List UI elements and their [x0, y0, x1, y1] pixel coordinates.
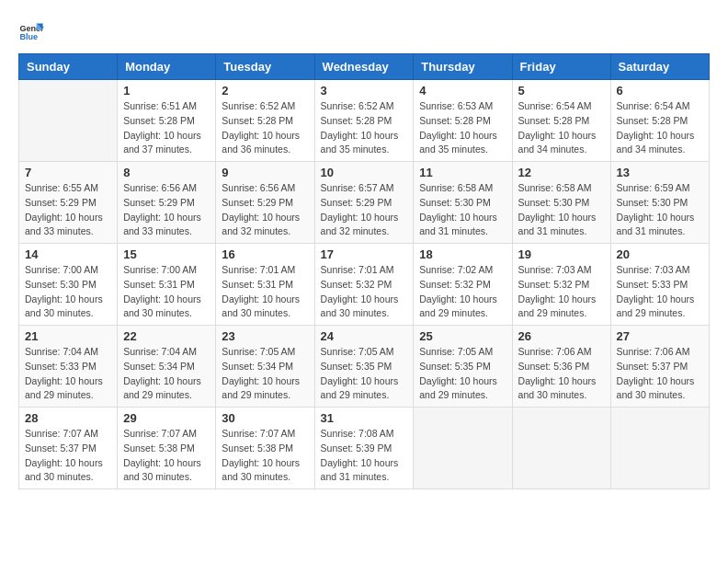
day-number: 6: [617, 84, 703, 98]
day-info: Sunrise: 6:56 AMSunset: 5:29 PMDaylight:…: [222, 181, 308, 239]
day-info: Sunrise: 6:56 AMSunset: 5:29 PMDaylight:…: [123, 181, 210, 239]
day-of-week-header: Sunday: [19, 54, 118, 80]
day-number: 14: [25, 247, 111, 261]
day-number: 26: [518, 329, 605, 343]
calendar-week-row: 7Sunrise: 6:55 AMSunset: 5:29 PMDaylight…: [19, 162, 710, 244]
calendar-cell: 24Sunrise: 7:05 AMSunset: 5:35 PMDayligh…: [314, 326, 414, 408]
calendar-cell: 27Sunrise: 7:06 AMSunset: 5:37 PMDayligh…: [610, 326, 709, 408]
calendar-cell: 6Sunrise: 6:54 AMSunset: 5:28 PMDaylight…: [610, 80, 709, 162]
calendar-cell: [19, 80, 118, 162]
day-number: 24: [321, 329, 408, 343]
logo: General Blue: [18, 18, 48, 44]
day-info: Sunrise: 6:59 AMSunset: 5:30 PMDaylight:…: [617, 181, 703, 239]
day-number: 28: [25, 411, 111, 425]
calendar-cell: 21Sunrise: 7:04 AMSunset: 5:33 PMDayligh…: [19, 326, 118, 408]
calendar-cell: 22Sunrise: 7:04 AMSunset: 5:34 PMDayligh…: [118, 326, 216, 408]
calendar-cell: [512, 408, 610, 489]
calendar-cell: 14Sunrise: 7:00 AMSunset: 5:30 PMDayligh…: [19, 244, 118, 326]
calendar-cell: 8Sunrise: 6:56 AMSunset: 5:29 PMDaylight…: [118, 162, 216, 244]
calendar-cell: 13Sunrise: 6:59 AMSunset: 5:30 PMDayligh…: [610, 162, 709, 244]
day-info: Sunrise: 7:01 AMSunset: 5:32 PMDaylight:…: [321, 263, 408, 321]
day-number: 17: [321, 247, 408, 261]
day-info: Sunrise: 6:52 AMSunset: 5:28 PMDaylight:…: [321, 99, 408, 157]
calendar-week-row: 14Sunrise: 7:00 AMSunset: 5:30 PMDayligh…: [19, 244, 710, 326]
day-info: Sunrise: 7:07 AMSunset: 5:38 PMDaylight:…: [123, 427, 210, 485]
calendar-cell: 4Sunrise: 6:53 AMSunset: 5:28 PMDaylight…: [414, 80, 512, 162]
calendar-week-row: 1Sunrise: 6:51 AMSunset: 5:28 PMDaylight…: [19, 80, 710, 162]
day-info: Sunrise: 7:04 AMSunset: 5:34 PMDaylight:…: [123, 345, 210, 403]
calendar-cell: 2Sunrise: 6:52 AMSunset: 5:28 PMDaylight…: [216, 80, 314, 162]
day-info: Sunrise: 7:03 AMSunset: 5:32 PMDaylight:…: [518, 263, 605, 321]
day-info: Sunrise: 7:00 AMSunset: 5:31 PMDaylight:…: [123, 263, 210, 321]
day-info: Sunrise: 6:54 AMSunset: 5:28 PMDaylight:…: [518, 99, 605, 157]
calendar-table: SundayMondayTuesdayWednesdayThursdayFrid…: [18, 53, 710, 489]
calendar-cell: 1Sunrise: 6:51 AMSunset: 5:28 PMDaylight…: [118, 80, 216, 162]
day-number: 9: [222, 166, 308, 179]
day-of-week-header: Saturday: [610, 54, 709, 80]
day-info: Sunrise: 7:03 AMSunset: 5:33 PMDaylight:…: [617, 263, 703, 321]
day-number: 22: [123, 329, 210, 343]
day-info: Sunrise: 6:53 AMSunset: 5:28 PMDaylight:…: [419, 99, 506, 157]
day-info: Sunrise: 7:00 AMSunset: 5:30 PMDaylight:…: [25, 263, 111, 321]
day-info: Sunrise: 6:58 AMSunset: 5:30 PMDaylight:…: [419, 181, 506, 239]
day-number: 29: [123, 411, 210, 425]
day-number: 8: [123, 166, 210, 179]
day-info: Sunrise: 7:04 AMSunset: 5:33 PMDaylight:…: [25, 345, 111, 403]
svg-text:Blue: Blue: [19, 32, 38, 41]
page-header: General Blue: [18, 18, 710, 44]
day-number: 16: [222, 247, 308, 261]
calendar-cell: 9Sunrise: 6:56 AMSunset: 5:29 PMDaylight…: [216, 162, 314, 244]
day-of-week-header: Thursday: [414, 54, 512, 80]
day-number: 1: [123, 84, 210, 98]
day-of-week-header: Friday: [512, 54, 610, 80]
day-number: 13: [617, 166, 703, 179]
day-info: Sunrise: 7:07 AMSunset: 5:37 PMDaylight:…: [25, 427, 111, 485]
day-number: 31: [321, 411, 408, 425]
day-info: Sunrise: 7:02 AMSunset: 5:32 PMDaylight:…: [419, 263, 506, 321]
day-of-week-header: Tuesday: [216, 54, 314, 80]
day-of-week-header: Monday: [118, 54, 216, 80]
day-info: Sunrise: 6:52 AMSunset: 5:28 PMDaylight:…: [222, 99, 308, 157]
calendar-cell: 29Sunrise: 7:07 AMSunset: 5:38 PMDayligh…: [118, 408, 216, 489]
day-info: Sunrise: 6:57 AMSunset: 5:29 PMDaylight:…: [321, 181, 408, 239]
calendar-cell: 17Sunrise: 7:01 AMSunset: 5:32 PMDayligh…: [314, 244, 414, 326]
calendar-cell: 15Sunrise: 7:00 AMSunset: 5:31 PMDayligh…: [118, 244, 216, 326]
calendar-cell: 30Sunrise: 7:07 AMSunset: 5:38 PMDayligh…: [216, 408, 314, 489]
calendar-cell: 7Sunrise: 6:55 AMSunset: 5:29 PMDaylight…: [19, 162, 118, 244]
calendar-cell: 25Sunrise: 7:05 AMSunset: 5:35 PMDayligh…: [414, 326, 512, 408]
calendar-cell: 11Sunrise: 6:58 AMSunset: 5:30 PMDayligh…: [414, 162, 512, 244]
day-info: Sunrise: 6:55 AMSunset: 5:29 PMDaylight:…: [25, 181, 111, 239]
day-number: 15: [123, 247, 210, 261]
day-info: Sunrise: 7:01 AMSunset: 5:31 PMDaylight:…: [222, 263, 308, 321]
day-number: 30: [222, 411, 308, 425]
day-number: 20: [617, 247, 703, 261]
day-number: 5: [518, 84, 605, 98]
calendar-cell: [610, 408, 709, 489]
calendar-header-row: SundayMondayTuesdayWednesdayThursdayFrid…: [19, 54, 710, 80]
day-number: 19: [518, 247, 605, 261]
day-number: 11: [419, 166, 506, 179]
calendar-cell: 23Sunrise: 7:05 AMSunset: 5:34 PMDayligh…: [216, 326, 314, 408]
calendar-cell: 28Sunrise: 7:07 AMSunset: 5:37 PMDayligh…: [19, 408, 118, 489]
calendar-cell: 16Sunrise: 7:01 AMSunset: 5:31 PMDayligh…: [216, 244, 314, 326]
day-number: 21: [25, 329, 111, 343]
day-info: Sunrise: 7:08 AMSunset: 5:39 PMDaylight:…: [321, 427, 408, 485]
day-info: Sunrise: 7:05 AMSunset: 5:35 PMDaylight:…: [321, 345, 408, 403]
calendar-week-row: 28Sunrise: 7:07 AMSunset: 5:37 PMDayligh…: [19, 408, 710, 489]
day-info: Sunrise: 7:05 AMSunset: 5:35 PMDaylight:…: [419, 345, 506, 403]
calendar-cell: 26Sunrise: 7:06 AMSunset: 5:36 PMDayligh…: [512, 326, 610, 408]
calendar-cell: 20Sunrise: 7:03 AMSunset: 5:33 PMDayligh…: [610, 244, 709, 326]
calendar-cell: 18Sunrise: 7:02 AMSunset: 5:32 PMDayligh…: [414, 244, 512, 326]
day-info: Sunrise: 6:58 AMSunset: 5:30 PMDaylight:…: [518, 181, 605, 239]
day-info: Sunrise: 6:54 AMSunset: 5:28 PMDaylight:…: [617, 99, 703, 157]
day-info: Sunrise: 7:06 AMSunset: 5:37 PMDaylight:…: [617, 345, 703, 403]
calendar-cell: 19Sunrise: 7:03 AMSunset: 5:32 PMDayligh…: [512, 244, 610, 326]
calendar-cell: 5Sunrise: 6:54 AMSunset: 5:28 PMDaylight…: [512, 80, 610, 162]
day-number: 4: [419, 84, 506, 98]
day-number: 7: [25, 166, 111, 179]
calendar-week-row: 21Sunrise: 7:04 AMSunset: 5:33 PMDayligh…: [19, 326, 710, 408]
calendar-cell: 12Sunrise: 6:58 AMSunset: 5:30 PMDayligh…: [512, 162, 610, 244]
calendar-cell: 31Sunrise: 7:08 AMSunset: 5:39 PMDayligh…: [314, 408, 414, 489]
day-number: 3: [321, 84, 408, 98]
day-number: 10: [321, 166, 408, 179]
